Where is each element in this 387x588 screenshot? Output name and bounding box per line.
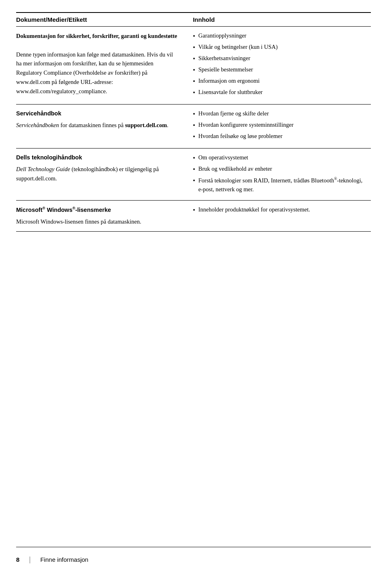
document-cell-1: Dokumentasjon for sikkerhet, forskrifter… [16, 27, 186, 105]
list-item: Om operativsystemet [193, 153, 366, 163]
page-number: 8 [16, 556, 19, 563]
table-row: Dokumentasjon for sikkerhet, forskrifter… [16, 27, 371, 105]
doc-bold-2: support.dell.com [125, 122, 167, 128]
section-title: Finne informasjon [40, 556, 88, 563]
doc-text-2: Servicehåndboken for datamaskinen finnes… [16, 122, 169, 128]
doc-text-1: Dokumentasjon for sikkerhet, forskrifter… [16, 33, 177, 94]
content-list-3: Om operativsystemet Bruk og vedlikehold … [193, 153, 366, 194]
list-item: Hvordan feilsøke og løse problemer [193, 132, 366, 142]
doc-title-4: Microsoft® Windows®-lisensmerke [16, 205, 178, 215]
list-item: Hvordan fjerne og skifte deler [193, 109, 366, 119]
list-item: Vilkår og betingelser (kun i USA) [193, 43, 366, 52]
table-row: Servicehåndbok Servicehåndboken for data… [16, 105, 371, 149]
content-cell-3: Om operativsystemet Bruk og vedlikehold … [186, 149, 371, 201]
content-list-2: Hvordan fjerne og skifte deler Hvordan k… [193, 109, 366, 142]
document-cell-4: Microsoft® Windows®-lisensmerke Microsof… [16, 201, 186, 231]
list-item: Hvordan konfigurere systeminnstillinger [193, 121, 366, 130]
footer-bar: 8 | Finne informasjon [16, 547, 371, 564]
list-item: Lisensavtale for sluttbruker [193, 88, 366, 98]
doc-text-4: Microsoft Windows-lisensen finnes på dat… [16, 218, 141, 225]
content-cell-2: Hvordan fjerne og skifte deler Hvordan k… [186, 105, 371, 149]
content-cell-4: Inneholder produktnøkkel for operativsys… [186, 201, 371, 231]
document-cell-3: Dells teknologihåndbok Dell Technology G… [16, 149, 186, 201]
doc-bold-1: Dokumentasjon for sikkerhet, forskrifter… [16, 33, 177, 39]
doc-title-3: Dells teknologihåndbok [16, 153, 178, 162]
doc-italic-3: Dell Technology Guide [16, 166, 70, 172]
list-item: Forstå teknologier som RAID, Internett, … [193, 176, 366, 194]
list-item: Spesielle bestemmelser [193, 65, 366, 75]
header-content: Innhold [186, 13, 371, 27]
main-table: Dokument/Medier/Etikett Innhold Dokument… [16, 12, 371, 232]
list-item: Informasjon om ergonomi [193, 77, 366, 86]
footer-divider: | [29, 555, 31, 564]
page-container: Dokument/Medier/Etikett Innhold Dokument… [0, 0, 387, 588]
list-item: Sikkerhetsanvisninger [193, 54, 366, 64]
list-item: Inneholder produktnøkkel for operativsys… [193, 205, 366, 215]
content-list-4: Inneholder produktnøkkel for operativsys… [193, 205, 366, 215]
table-row: Dells teknologihåndbok Dell Technology G… [16, 149, 371, 201]
list-item: Bruk og vedlikehold av enheter [193, 165, 366, 174]
document-cell-2: Servicehåndbok Servicehåndboken for data… [16, 105, 186, 149]
table-row: Microsoft® Windows®-lisensmerke Microsof… [16, 201, 371, 231]
doc-italic-2: Servicehåndboken [16, 122, 59, 128]
header-document: Dokument/Medier/Etikett [16, 13, 186, 27]
list-item: Garantiopplysninger [193, 31, 366, 41]
content-cell-1: Garantiopplysninger Vilkår og betingelse… [186, 27, 371, 105]
doc-title-2: Servicehåndbok [16, 109, 178, 118]
content-list-1: Garantiopplysninger Vilkår og betingelse… [193, 31, 366, 98]
doc-text-3: Dell Technology Guide (teknologihåndbok)… [16, 166, 159, 182]
